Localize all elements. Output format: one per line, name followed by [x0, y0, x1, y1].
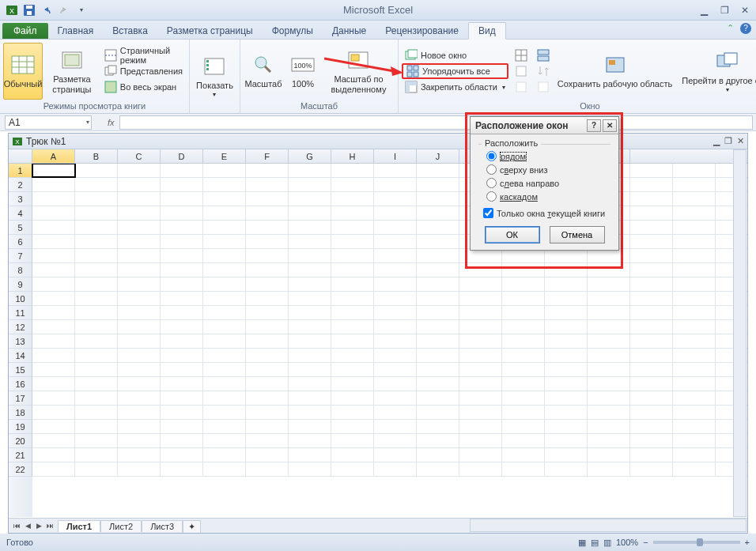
cell[interactable] — [161, 391, 203, 405]
cell[interactable] — [502, 434, 545, 447]
excel-icon[interactable]: X — [5, 3, 19, 17]
cell[interactable] — [374, 221, 417, 234]
cell[interactable] — [32, 334, 75, 348]
cell[interactable] — [502, 292, 545, 305]
cell[interactable] — [289, 334, 331, 348]
cell[interactable] — [203, 420, 246, 433]
cell[interactable] — [331, 235, 374, 248]
cell[interactable] — [246, 334, 289, 348]
cell[interactable] — [417, 349, 459, 362]
cell[interactable] — [630, 277, 673, 291]
cell[interactable] — [75, 363, 118, 376]
view-break-icon[interactable]: ▥ — [603, 538, 611, 548]
custom-views-button[interactable]: Представления — [101, 63, 186, 79]
cell[interactable] — [588, 320, 630, 334]
tab-insert[interactable]: Вставка — [103, 23, 157, 39]
zoom-in-button[interactable]: + — [745, 538, 750, 547]
formula-input[interactable] — [119, 115, 753, 130]
col-header[interactable]: D — [161, 149, 203, 163]
cell[interactable] — [75, 320, 118, 334]
cell[interactable] — [630, 249, 673, 262]
radio-horizontal[interactable]: сверху вниз — [482, 163, 607, 176]
cell[interactable] — [331, 206, 374, 220]
cell[interactable] — [417, 420, 459, 433]
cell[interactable] — [246, 349, 289, 362]
cell[interactable] — [118, 206, 161, 220]
cell[interactable] — [75, 192, 118, 206]
cell[interactable] — [246, 292, 289, 305]
cell[interactable] — [588, 334, 630, 348]
cell[interactable] — [161, 334, 203, 348]
horizontal-scrollbar[interactable] — [470, 519, 747, 532]
minimize-icon[interactable]: ▁ — [697, 5, 710, 16]
cell[interactable] — [588, 391, 630, 405]
row-header[interactable]: 17 — [9, 391, 32, 406]
arrange-all-button[interactable]: Упорядочить все — [402, 63, 508, 79]
cell[interactable] — [630, 235, 673, 248]
row-header[interactable]: 2 — [9, 178, 32, 192]
col-header[interactable]: J — [417, 149, 459, 163]
cell[interactable] — [630, 320, 673, 334]
cell[interactable] — [331, 434, 374, 447]
cell[interactable] — [417, 320, 459, 334]
cell[interactable] — [502, 462, 545, 476]
new-sheet-button[interactable]: ✦ — [183, 520, 201, 533]
cell[interactable] — [502, 306, 545, 319]
cell[interactable] — [203, 434, 246, 447]
cell[interactable] — [203, 206, 246, 220]
cell[interactable] — [630, 206, 673, 220]
cell[interactable] — [246, 377, 289, 391]
cell[interactable] — [246, 391, 289, 405]
cell[interactable] — [502, 391, 545, 405]
cell[interactable] — [673, 434, 716, 447]
cell[interactable] — [417, 249, 459, 262]
cell[interactable] — [75, 434, 118, 447]
cell[interactable] — [459, 306, 502, 319]
cell[interactable] — [203, 249, 246, 262]
cell[interactable] — [161, 320, 203, 334]
tab-file[interactable]: Файл — [2, 23, 48, 39]
cell[interactable] — [673, 263, 716, 277]
cell[interactable] — [545, 377, 588, 391]
cell[interactable] — [118, 249, 161, 262]
cell[interactable] — [32, 406, 75, 419]
cell[interactable] — [502, 277, 545, 291]
cell[interactable] — [331, 448, 374, 462]
cell[interactable] — [588, 434, 630, 447]
tab-page-layout[interactable]: Разметка страницы — [157, 23, 263, 39]
col-header[interactable]: F — [246, 149, 289, 163]
cell[interactable] — [545, 363, 588, 376]
cell[interactable] — [161, 377, 203, 391]
cell[interactable] — [630, 434, 673, 447]
cell[interactable] — [630, 334, 673, 348]
cell[interactable] — [374, 192, 417, 206]
fx-icon[interactable]: fx — [108, 118, 115, 127]
row-header[interactable]: 20 — [9, 434, 32, 448]
cell[interactable] — [118, 420, 161, 433]
cell[interactable] — [246, 434, 289, 447]
cell[interactable] — [246, 306, 289, 319]
tab-view[interactable]: Вид — [468, 22, 506, 40]
radio-cascade[interactable]: каскадом — [482, 190, 607, 203]
cell[interactable] — [673, 363, 716, 376]
cell[interactable] — [161, 434, 203, 447]
page-layout-button[interactable]: Разметка страницы — [43, 43, 101, 100]
cell[interactable] — [289, 164, 331, 177]
cell[interactable] — [75, 263, 118, 277]
cell[interactable] — [75, 349, 118, 362]
cell[interactable] — [588, 292, 630, 305]
radio-vertical[interactable]: слева направо — [482, 176, 607, 190]
cell[interactable] — [545, 306, 588, 319]
cell[interactable] — [32, 249, 75, 262]
cell[interactable] — [673, 235, 716, 248]
row-header[interactable]: 6 — [9, 235, 32, 249]
cell[interactable] — [32, 292, 75, 305]
cell[interactable] — [203, 192, 246, 206]
cell[interactable] — [417, 235, 459, 248]
cell[interactable] — [289, 391, 331, 405]
cell[interactable] — [118, 363, 161, 376]
cell[interactable] — [673, 349, 716, 362]
cell[interactable] — [502, 406, 545, 419]
cell[interactable] — [588, 277, 630, 291]
page-break-button[interactable]: Страничный режим — [101, 47, 186, 63]
